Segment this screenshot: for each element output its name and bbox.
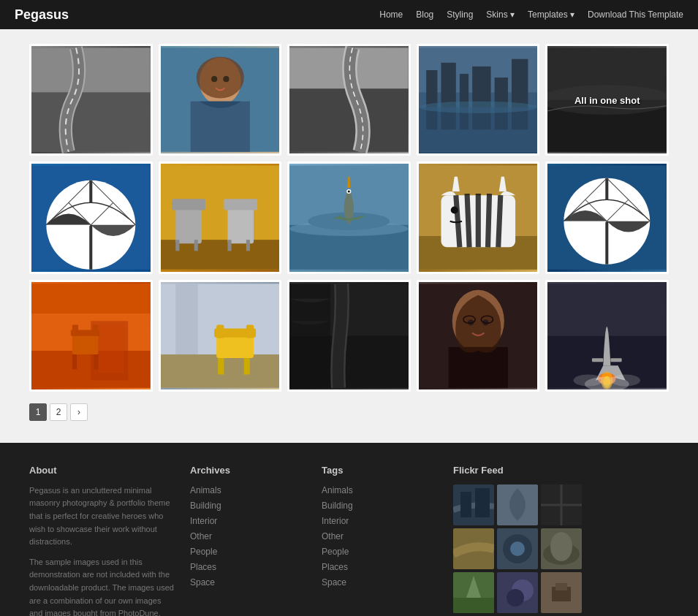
svg-rect-111	[453, 598, 494, 613]
svg-rect-99	[460, 492, 471, 517]
tag-animals[interactable]: Animals	[322, 485, 353, 495]
svg-rect-38	[224, 199, 257, 210]
flickr-thumb-9[interactable]	[541, 572, 582, 613]
gallery-item[interactable]	[417, 280, 540, 392]
svg-rect-20	[419, 107, 538, 152]
site-logo[interactable]: Pegasus	[15, 7, 69, 23]
nav-home[interactable]: Home	[379, 9, 403, 20]
archive-animals[interactable]: Animals	[190, 485, 221, 495]
footer-grid: About Pegasus is an uncluttered minimal …	[29, 465, 669, 616]
nav-download[interactable]: Download This Template	[588, 9, 683, 20]
flickr-thumb-2[interactable]	[497, 484, 538, 525]
archive-people[interactable]: People	[190, 547, 217, 557]
tag-interior[interactable]: Interior	[322, 516, 349, 526]
flickr-thumb-3[interactable]	[541, 484, 582, 525]
archive-space[interactable]: Space	[190, 577, 215, 588]
gallery-item[interactable]	[159, 161, 282, 273]
footer-about-text2: The sample images used in this demonstra…	[29, 556, 175, 616]
nav-templates[interactable]: Templates ▾	[528, 9, 574, 20]
nav-skins[interactable]: Skins ▾	[486, 9, 515, 20]
svg-rect-35	[175, 240, 179, 251]
tag-places[interactable]: Places	[322, 562, 348, 572]
flickr-thumb-5[interactable]	[497, 528, 538, 569]
svg-rect-76	[218, 358, 224, 374]
footer-archives-col: Archives Animals Building Interior Other…	[190, 465, 307, 616]
svg-rect-83	[448, 346, 507, 387]
svg-rect-36	[194, 240, 197, 251]
flickr-thumb-8[interactable]	[497, 572, 538, 613]
svg-point-106	[510, 541, 525, 556]
svg-rect-66	[72, 354, 77, 369]
gallery-item[interactable]	[29, 44, 153, 156]
footer-tags-col: Tags Animals Building Interior Other Peo…	[322, 465, 439, 616]
gallery-item[interactable]	[29, 161, 153, 273]
footer-archives-list: Animals Building Interior Other People P…	[190, 484, 307, 588]
tag-people[interactable]: People	[322, 547, 349, 557]
tag-other[interactable]: Other	[322, 531, 344, 541]
archive-other[interactable]: Other	[190, 531, 212, 541]
gallery-item[interactable]	[159, 280, 282, 392]
gallery-item[interactable]	[159, 44, 282, 156]
page-1[interactable]: 1	[29, 403, 47, 421]
svg-rect-90	[592, 358, 603, 362]
flickr-thumb-7[interactable]	[453, 572, 494, 613]
svg-rect-75	[246, 324, 253, 338]
svg-rect-100	[475, 488, 490, 517]
archive-places[interactable]: Places	[190, 562, 216, 572]
gallery-item[interactable]	[287, 44, 411, 156]
svg-point-46	[348, 191, 350, 193]
gallery-item[interactable]	[287, 280, 411, 392]
gallery-item[interactable]	[29, 280, 153, 392]
header: Pegasus Home Blog Styling Skins ▾ Templa…	[0, 0, 698, 29]
archive-building[interactable]: Building	[190, 501, 221, 511]
tag-space[interactable]: Space	[322, 577, 346, 588]
footer-tags-list: Animals Building Interior Other People P…	[322, 484, 439, 588]
gallery-item[interactable]	[287, 161, 411, 273]
gallery-item[interactable]	[417, 44, 540, 156]
svg-point-8	[223, 76, 229, 82]
svg-rect-65	[92, 324, 98, 335]
gallery-overlay-text: All in one shot	[574, 94, 640, 105]
flickr-thumb-4[interactable]	[453, 528, 494, 569]
archive-interior[interactable]: Interior	[190, 516, 217, 526]
svg-point-96	[574, 374, 604, 386]
tag-building[interactable]: Building	[322, 501, 353, 511]
footer-archives-title: Archives	[190, 465, 307, 476]
svg-rect-71	[175, 284, 197, 354]
svg-rect-2	[31, 92, 151, 151]
svg-rect-77	[243, 358, 249, 374]
page-2[interactable]: 2	[50, 403, 67, 421]
footer-tags-title: Tags	[322, 465, 439, 476]
flickr-grid	[453, 484, 669, 613]
gallery-grid: All in one shot	[29, 44, 669, 392]
gallery-item[interactable]	[417, 161, 540, 273]
gallery-item[interactable]	[545, 161, 669, 273]
footer-flickr-title: Flickr Feed	[453, 465, 669, 476]
nav-styling[interactable]: Styling	[447, 9, 473, 20]
svg-rect-64	[72, 324, 78, 335]
nav-blog[interactable]: Blog	[416, 9, 433, 20]
svg-rect-39	[227, 240, 231, 251]
gallery-item[interactable]	[545, 280, 669, 392]
svg-point-50	[450, 207, 458, 214]
svg-point-114	[507, 589, 524, 607]
pagination: 1 2 ›	[29, 403, 669, 421]
main-content: All in one shot	[0, 29, 698, 443]
gallery-item[interactable]: All in one shot	[545, 44, 669, 156]
svg-point-97	[611, 374, 641, 386]
flickr-thumb-6[interactable]	[541, 528, 582, 569]
footer: About Pegasus is an uncluttered minimal …	[0, 443, 698, 616]
main-nav: Home Blog Styling Skins ▾ Templates ▾ Do…	[379, 9, 683, 20]
svg-rect-67	[94, 354, 98, 369]
svg-point-6	[196, 57, 243, 99]
svg-rect-91	[611, 358, 622, 362]
page-next[interactable]: ›	[70, 403, 88, 421]
svg-rect-61	[98, 324, 124, 373]
svg-rect-74	[216, 324, 224, 338]
svg-point-21	[419, 102, 538, 113]
flickr-thumb-1[interactable]	[453, 484, 494, 525]
svg-rect-34	[172, 199, 205, 210]
svg-rect-117	[555, 583, 567, 590]
footer-flickr-col: Flickr Feed	[453, 465, 669, 616]
footer-about-col: About Pegasus is an uncluttered minimal …	[29, 465, 175, 616]
